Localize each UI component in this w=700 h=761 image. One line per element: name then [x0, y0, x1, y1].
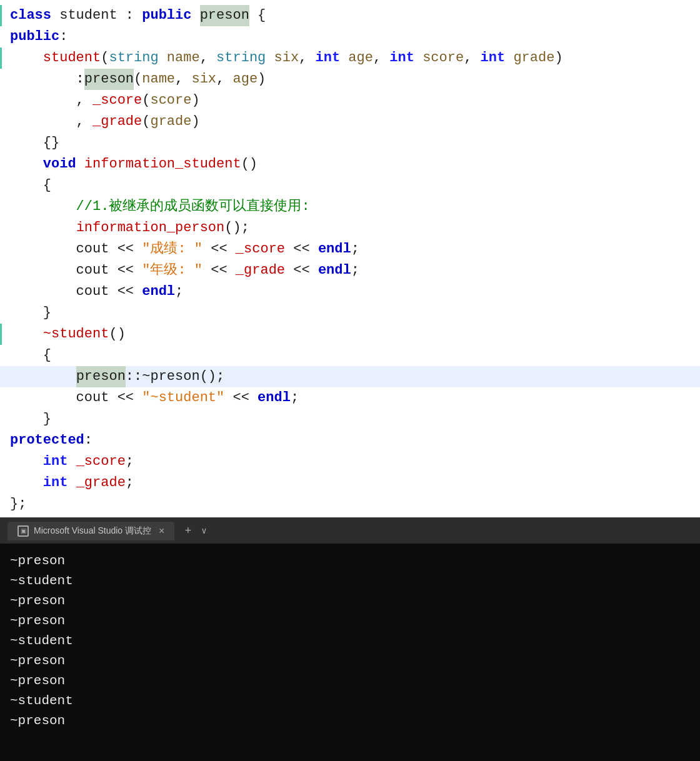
keyword-void: void	[43, 154, 76, 175]
var-grade: _grade	[236, 260, 285, 281]
arg-score: score	[150, 90, 191, 111]
paren-8: ()	[241, 154, 258, 175]
semi-12: ;	[351, 239, 359, 260]
output-line-4: ~preson	[10, 611, 690, 631]
param-grade: grade	[513, 47, 554, 69]
paren-open-3: (	[101, 47, 109, 69]
op-13a: <<	[202, 260, 236, 281]
indent-23	[10, 472, 43, 494]
output-line-3: ~preson	[10, 591, 690, 611]
semi-19: ;	[291, 387, 299, 409]
add-tab-button[interactable]: +	[179, 525, 196, 537]
code-line-10: //1.被继承的成员函数可以直接使用:	[0, 196, 700, 217]
space-22	[68, 451, 76, 472]
paren-close-4: )	[258, 69, 266, 90]
code-line-1: class student : public preson {	[0, 5, 700, 26]
comment-10: //1.被继承的成员函数可以直接使用:	[10, 196, 310, 217]
code-line-7: {}	[0, 132, 700, 154]
indent-3	[10, 47, 43, 69]
code-line-19: cout << "~student" << endl;	[0, 387, 700, 409]
comma-3b: ,	[299, 47, 315, 69]
brace-close-15: }	[10, 302, 51, 324]
left-border-1	[0, 5, 2, 26]
indent-11	[10, 217, 76, 239]
paren-close-5: )	[191, 90, 199, 111]
type-int-3: int	[481, 47, 506, 69]
code-line-22: int _score;	[0, 451, 700, 472]
code-line-3: student(string name, string six, int age…	[0, 47, 700, 69]
type-int-1: int	[316, 47, 341, 69]
brace-open-1: {	[249, 5, 266, 26]
code-line-12: cout << "成绩: " << _score << endl;	[0, 239, 700, 260]
closing-brace: };	[10, 494, 26, 515]
brace-9: {	[10, 175, 51, 196]
terminal-tab[interactable]: ▣ Microsoft Visual Studio 调试控 ×	[8, 522, 174, 540]
output-line-9: ~preson	[10, 711, 690, 731]
member-score: _score	[76, 451, 126, 472]
destructor-student: ~student	[43, 324, 109, 345]
semi-22: ;	[126, 451, 134, 472]
endl-12: endl	[318, 239, 351, 260]
tab-dropdown-button[interactable]: ∨	[201, 525, 206, 536]
space-8	[76, 154, 84, 175]
type-int-score: int	[43, 451, 68, 472]
comma-3c: ,	[373, 47, 389, 69]
param-name: name	[167, 47, 200, 69]
output-line-6: ~preson	[10, 651, 690, 671]
member-grade: _grade	[76, 472, 126, 494]
indent-6: ,	[10, 111, 92, 132]
output-line-2: ~student	[10, 571, 690, 591]
paren-close-6: )	[191, 111, 199, 132]
indent-4: :	[10, 69, 84, 90]
code-line-9: {	[0, 175, 700, 196]
class-name: student :	[59, 5, 142, 26]
semi-23: ;	[126, 472, 134, 494]
func-student: student	[43, 47, 101, 69]
code-line-23: int _grade;	[0, 472, 700, 494]
call-4: (	[134, 69, 142, 90]
param-six: six	[274, 47, 299, 69]
code-line-5: , _score(score)	[0, 90, 700, 111]
tab-close-button[interactable]: ×	[159, 525, 164, 537]
comma-4b: ,	[216, 69, 232, 90]
terminal-tab-label: Microsoft Visual Studio 调试控	[34, 525, 151, 537]
terminal-output: ~preson ~student ~preson ~preson ~studen…	[0, 544, 700, 761]
space-3d	[414, 47, 422, 69]
code-line-8: void information_student()	[0, 154, 700, 175]
param-score: score	[422, 47, 464, 69]
endl-19: endl	[258, 387, 291, 409]
vs-icon: ▣	[18, 525, 29, 537]
preson-highlight-1: preson	[200, 5, 249, 26]
indent-19: cout <<	[10, 387, 142, 409]
semi-13: ;	[351, 260, 359, 281]
type-string-1: string	[109, 47, 158, 69]
keyword-protected: protected	[10, 430, 84, 451]
left-border-16	[0, 324, 2, 345]
code-line-14: cout << endl;	[0, 281, 700, 302]
indent-16	[10, 324, 43, 345]
paren-6: (	[142, 111, 150, 132]
scope-op: ::	[126, 366, 142, 387]
comma-3a: ,	[200, 47, 216, 69]
space-3e	[505, 47, 513, 69]
code-line-21: protected:	[0, 430, 700, 451]
code-line-24: };	[0, 494, 700, 515]
code-line-2: public:	[0, 26, 700, 47]
empty-body: {}	[10, 132, 59, 154]
type-int-2: int	[389, 47, 414, 69]
destructor-call: ~preson();	[142, 366, 224, 387]
paren-close-3: )	[554, 47, 562, 69]
op-19: <<	[224, 387, 258, 409]
param-age: age	[348, 47, 373, 69]
terminal-output-section: ~preson ~student ~preson ~preson ~studen…	[0, 544, 700, 761]
space-23	[68, 472, 76, 494]
type-int-grade: int	[43, 472, 68, 494]
output-line-5: ~student	[10, 631, 690, 651]
comma-3d: ,	[464, 47, 480, 69]
indent-22	[10, 451, 43, 472]
output-line-7: ~preson	[10, 671, 690, 691]
terminal-bar: ▣ Microsoft Visual Studio 调试控 × + ∨	[0, 517, 700, 544]
keyword-public: public	[142, 5, 199, 26]
arg-name: name	[142, 69, 175, 90]
paren-5: (	[142, 90, 150, 111]
